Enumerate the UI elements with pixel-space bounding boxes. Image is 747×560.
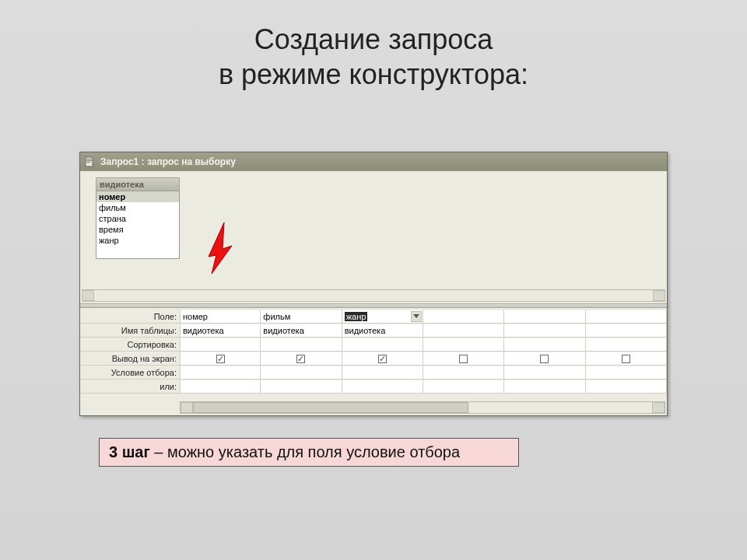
grid-cell[interactable] (586, 352, 667, 366)
lower-hscrollbar[interactable] (180, 401, 665, 414)
grid-row-label: Сортировка: (80, 338, 180, 352)
grid-cell[interactable] (504, 310, 585, 324)
grid-cell[interactable]: видиотека (261, 324, 342, 338)
field-item[interactable]: номер (96, 191, 179, 202)
scroll-track[interactable] (94, 290, 653, 301)
step3-bold: 3 шаг (109, 443, 150, 460)
grid-cell[interactable] (342, 380, 423, 394)
grid-cell[interactable] (423, 338, 504, 352)
grid-cell[interactable] (342, 366, 423, 380)
table-panel[interactable]: видиотека номерфильмстранавремяжанр (96, 177, 180, 259)
window-title: Запрос1 : запрос на выборку (100, 156, 236, 167)
grid-cell[interactable] (261, 380, 342, 394)
title-line2: в режиме конструктора: (219, 58, 528, 90)
scroll-right-button[interactable] (653, 290, 665, 301)
grid-cell[interactable] (261, 352, 342, 366)
grid-row-label: Имя таблицы: (80, 324, 180, 338)
grid-cell[interactable]: видиотека (342, 324, 423, 338)
grid-cell[interactable] (342, 338, 423, 352)
query-design-window: Запрос1 : запрос на выборку видиотека но… (79, 152, 668, 416)
upper-hscrollbar[interactable] (82, 289, 665, 302)
show-checkbox[interactable] (622, 355, 630, 363)
grid-cell[interactable] (423, 352, 504, 366)
design-grid[interactable]: Поле:номерфильмжанрИмя таблицы:видиотека… (80, 310, 667, 394)
field-item[interactable]: жанр (96, 235, 179, 246)
scroll-left-button[interactable] (181, 402, 193, 413)
grid-cell[interactable] (504, 324, 585, 338)
grid-cell[interactable] (180, 366, 261, 380)
svg-rect-1 (86, 159, 92, 159)
grid-cell[interactable] (504, 338, 585, 352)
grid-cell[interactable]: жанр (342, 310, 423, 324)
scroll-track[interactable] (193, 402, 652, 413)
scroll-thumb[interactable] (193, 402, 468, 413)
document-icon (83, 156, 96, 168)
table-panel-header[interactable]: видиотека (96, 177, 180, 191)
chevron-down-icon[interactable] (411, 311, 422, 322)
grid-cell[interactable] (342, 352, 423, 366)
grid-row-label: или: (80, 380, 180, 394)
grid-cell[interactable] (423, 310, 504, 324)
pointer-arrow-icon (195, 218, 241, 283)
show-checkbox[interactable] (216, 355, 225, 363)
grid-cell[interactable]: номер (180, 310, 261, 324)
grid-cell[interactable] (586, 324, 667, 338)
grid-cell[interactable] (586, 338, 667, 352)
svg-rect-2 (86, 160, 92, 161)
slide-title: Создание запроса в режиме конструктора: (0, 0, 747, 92)
show-checkbox[interactable] (540, 355, 549, 363)
grid-cell[interactable] (180, 380, 261, 394)
scroll-left-button[interactable] (82, 290, 94, 301)
grid-cell[interactable] (504, 366, 585, 380)
show-checkbox[interactable] (296, 355, 305, 363)
grid-row-label: Поле: (80, 310, 180, 324)
grid-cell[interactable]: фильм (261, 310, 342, 324)
field-item[interactable]: время (96, 224, 179, 235)
grid-cell[interactable] (586, 366, 667, 380)
grid-cell[interactable] (180, 338, 261, 352)
selected-field-text: жанр (345, 312, 368, 321)
grid-cell[interactable]: видиотека (180, 324, 261, 338)
grid-cell[interactable] (261, 338, 342, 352)
step3-text: – можно указать для поля условие отбора (150, 443, 460, 460)
grid-row-label: Вывод на экран: (80, 352, 180, 366)
grid-cell[interactable] (423, 324, 504, 338)
callout-step3: 3 шаг – можно указать для поля условие о… (99, 438, 519, 467)
design-grid-area: Поле:номерфильмжанрИмя таблицы:видиотека… (80, 308, 667, 415)
svg-marker-4 (413, 314, 419, 318)
grid-cell[interactable] (423, 366, 504, 380)
grid-cell[interactable] (261, 366, 342, 380)
field-item[interactable]: фильм (96, 202, 179, 213)
show-checkbox[interactable] (459, 355, 468, 363)
field-item[interactable]: страна (96, 213, 179, 224)
grid-cell[interactable] (586, 310, 667, 324)
grid-cell[interactable] (504, 352, 585, 366)
grid-row-label: Условие отбора: (80, 366, 180, 380)
grid-cell[interactable] (180, 352, 261, 366)
titlebar[interactable]: Запрос1 : запрос на выборку (80, 152, 667, 171)
show-checkbox[interactable] (378, 355, 387, 363)
grid-cell[interactable] (586, 380, 667, 394)
scroll-right-button[interactable] (652, 402, 665, 413)
svg-rect-3 (86, 162, 90, 163)
window-body: видиотека номерфильмстранавремяжанр Поле… (80, 171, 667, 415)
table-field-list[interactable]: номерфильмстранавремяжанр (96, 191, 180, 259)
svg-marker-5 (209, 222, 232, 274)
title-line1: Создание запроса (254, 23, 493, 55)
grid-cell[interactable] (504, 380, 585, 394)
grid-cell[interactable] (423, 380, 504, 394)
